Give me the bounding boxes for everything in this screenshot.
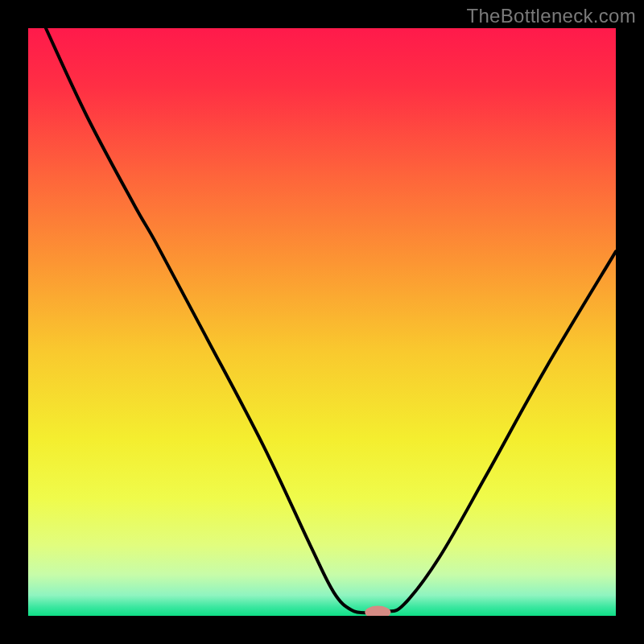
bottleneck-chart-svg [28, 28, 616, 616]
chart-frame: TheBottleneck.com [0, 0, 644, 644]
gradient-background [28, 28, 616, 616]
plot-area [28, 28, 616, 616]
watermark-text: TheBottleneck.com [466, 5, 636, 27]
